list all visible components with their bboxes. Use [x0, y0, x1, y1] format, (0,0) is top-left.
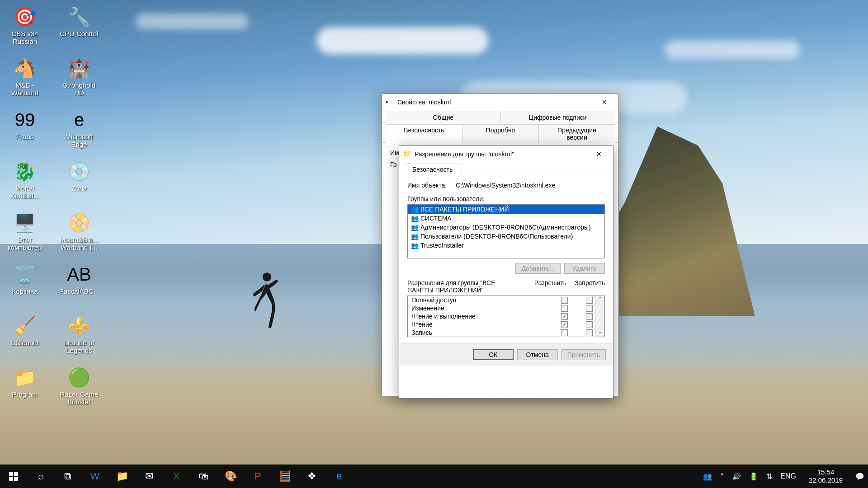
permissions-list[interactable]: Полный доступИзменениеЧтение и выполнени…: [407, 296, 605, 337]
clock[interactable]: 15:54 22.06.2019: [804, 468, 847, 484]
group-list-item[interactable]: 👥Пользователи (DESKTOP-8RONB6C\Пользоват…: [408, 232, 604, 241]
system-tray[interactable]: 👥 ˄ 🔊 🔋 ⇅ ENG 15:54 22.06.2019 💬: [699, 465, 868, 488]
permission-name: Чтение: [411, 321, 433, 328]
deny-checkbox[interactable]: [586, 321, 593, 328]
group-list-item[interactable]: 👥СИСТЕМА: [408, 214, 604, 223]
language-indicator[interactable]: ENG: [780, 472, 796, 480]
desktop-icon[interactable]: 📁Program: [2, 363, 47, 413]
wallpaper-runner: [249, 271, 280, 330]
desktop-icon[interactable]: 🧹CCleaner: [2, 311, 47, 362]
desktop-icon[interactable]: 💿Zona: [57, 157, 102, 207]
allow-checkbox[interactable]: [561, 313, 568, 320]
ok-button[interactable]: ОК: [473, 349, 514, 360]
deny-checkbox[interactable]: [586, 313, 593, 320]
allow-checkbox[interactable]: [561, 305, 568, 312]
icon-label: League of Legends: [57, 339, 101, 354]
group-name: TrustedInstaller: [420, 242, 464, 249]
tab-signatures[interactable]: Цифровые подписи: [500, 112, 616, 123]
deny-checkbox[interactable]: [586, 329, 593, 336]
desktop-icon[interactable]: 🟢Razer Game Booster: [57, 363, 102, 413]
taskbar-app-powerpoint[interactable]: P: [244, 465, 271, 488]
desktop-icon[interactable]: 🔧CPU-Control: [57, 2, 102, 53]
desktop-icon[interactable]: 🐉Mortal Kombat...: [2, 157, 47, 207]
permission-row: Чтение: [408, 320, 604, 328]
app-icon: 🖥️: [12, 210, 38, 235]
add-button[interactable]: Добавить...: [515, 263, 561, 274]
permissions-dialog[interactable]: 📁 Разрешения для группы "ntoskrnl" ✕ Без…: [399, 145, 613, 399]
icon-label: Stronghold HD: [57, 82, 101, 97]
icon-label: M&B - Warband: [3, 82, 47, 97]
network-icon[interactable]: ⇅: [766, 472, 772, 481]
allow-checkbox[interactable]: [561, 321, 568, 328]
desktop-icons-grid: 🎯CSS v34 Russian🐴M&B - Warband99Fraps🐉Mo…: [2, 2, 138, 436]
desktop-icon[interactable]: 📀Mount&Bla... Warband (...: [57, 208, 102, 259]
tab-security[interactable]: Безопасность: [386, 124, 462, 143]
object-name-label: Имя объекта:: [407, 182, 447, 189]
start-button[interactable]: [0, 465, 27, 488]
close-button[interactable]: ✕: [589, 146, 609, 162]
deny-checkbox[interactable]: [586, 297, 593, 304]
desktop-icon[interactable]: eMicrosoft Edge: [57, 105, 102, 156]
group-users-list[interactable]: 👥ВСЕ ПАКЕТЫ ПРИЛОЖЕНИЙ👥СИСТЕМА👥Администр…: [407, 204, 605, 258]
svg-point-0: [263, 272, 272, 282]
permission-row: Полный доступ: [408, 296, 604, 304]
tray-chevron-icon[interactable]: ˄: [720, 472, 724, 481]
desktop-icon[interactable]: ⚜️League of Legends: [57, 311, 102, 362]
svg-rect-3: [9, 477, 13, 481]
group-list-item[interactable]: 👥Администраторы (DESKTOP-8RONB6C\Админис…: [408, 223, 604, 232]
desktop-icon[interactable]: 🐴M&B - Warband: [2, 54, 47, 104]
taskbar[interactable]: ⌕ ⧉ W 📁 ✉ X 🛍 🎨 P 🧮 ❖ e 👥 ˄ 🔊 🔋 ⇅ ENG 15…: [0, 465, 868, 488]
search-button[interactable]: ⌕: [27, 465, 54, 488]
icon-label: CCleaner: [10, 339, 39, 347]
taskbar-app-word[interactable]: W: [81, 465, 108, 488]
scroll-up-icon[interactable]: ˄: [599, 296, 601, 301]
tab-details[interactable]: Подробно: [462, 124, 539, 143]
wallpaper-cloud: [665, 41, 800, 59]
remove-button[interactable]: Удалить: [564, 263, 605, 274]
tab-general[interactable]: Общие: [386, 112, 501, 123]
tab-security[interactable]: Безопасность: [403, 164, 462, 175]
group-list-item[interactable]: 👥ВСЕ ПАКЕТЫ ПРИЛОЖЕНИЙ: [408, 205, 604, 214]
clock-time: 15:54: [809, 468, 843, 476]
permission-row: Изменение: [408, 304, 604, 312]
app-icon: 💿: [66, 159, 92, 184]
desktop-icon[interactable]: 99Fraps: [2, 105, 47, 156]
taskbar-app-excel[interactable]: X: [163, 465, 190, 488]
app-icon: AB: [66, 262, 92, 287]
action-center-icon[interactable]: 💬: [855, 472, 864, 481]
desktop-icon[interactable]: 🗑️Корзина: [2, 260, 47, 310]
desktop-icon[interactable]: 🎯CSS v34 Russian: [2, 2, 47, 53]
taskbar-app-mail[interactable]: ✉: [136, 465, 163, 488]
desktop-icon[interactable]: ABPascalABC...: [57, 260, 102, 310]
taskbar-app-store[interactable]: 🛍: [190, 465, 217, 488]
taskbar-app-edge[interactable]: e: [326, 465, 353, 488]
desktop-icon[interactable]: 🖥️Этот компьютер: [2, 208, 47, 259]
titlebar[interactable]: 📁 Разрешения для группы "ntoskrnl" ✕: [399, 146, 613, 162]
desktop-icon[interactable]: 🏰Stronghold HD: [57, 54, 102, 104]
allow-checkbox[interactable]: [561, 329, 568, 336]
taskbar-app-game[interactable]: ❖: [298, 465, 326, 488]
group-list-item[interactable]: 👥TrustedInstaller: [408, 241, 604, 250]
cancel-button[interactable]: Отмена: [517, 349, 558, 360]
permission-name: Полный доступ: [411, 296, 456, 304]
icon-label: Microsoft Edge: [57, 133, 101, 148]
groups-label: Группы или пользователи:: [407, 195, 605, 202]
battery-icon[interactable]: 🔋: [749, 472, 758, 481]
taskbar-app-calculator[interactable]: 🧮: [271, 465, 298, 488]
people-icon[interactable]: 👥: [703, 472, 712, 481]
scroll-down-icon[interactable]: ˅: [599, 332, 601, 337]
volume-icon[interactable]: 🔊: [732, 472, 741, 481]
taskbar-app-explorer[interactable]: 📁: [108, 465, 136, 488]
desktop[interactable]: 🎯CSS v34 Russian🐴M&B - Warband99Fraps🐉Mo…: [0, 0, 868, 488]
dialog-footer: ОК Отмена Применить: [399, 343, 613, 366]
apply-button[interactable]: Применить: [561, 349, 606, 360]
scrollbar[interactable]: ˄˅: [595, 296, 604, 337]
taskbar-app-paint[interactable]: 🎨: [217, 465, 244, 488]
app-icon: 📁: [12, 365, 38, 390]
close-button[interactable]: ✕: [594, 94, 615, 110]
tab-versions[interactable]: Предыдущие версии: [538, 124, 615, 143]
titlebar[interactable]: ▪ Свойства: ntoskrnl ✕: [382, 94, 618, 110]
task-view-button[interactable]: ⧉: [54, 465, 81, 488]
deny-checkbox[interactable]: [586, 305, 593, 312]
allow-checkbox[interactable]: [561, 297, 568, 304]
